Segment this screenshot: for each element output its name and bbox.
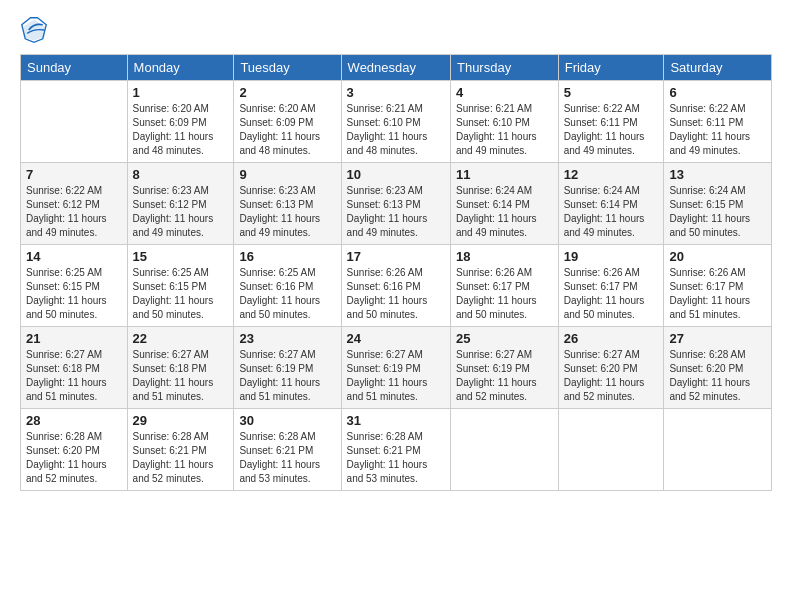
sunset-text: Sunset: 6:16 PM	[347, 281, 421, 292]
day-number: 10	[347, 167, 445, 182]
calendar-cell: 18Sunrise: 6:26 AMSunset: 6:17 PMDayligh…	[450, 245, 558, 327]
calendar-cell: 25Sunrise: 6:27 AMSunset: 6:19 PMDayligh…	[450, 327, 558, 409]
calendar-cell: 21Sunrise: 6:27 AMSunset: 6:18 PMDayligh…	[21, 327, 128, 409]
daylight-text: Daylight: 11 hours and 53 minutes.	[347, 459, 428, 484]
sunset-text: Sunset: 6:12 PM	[133, 199, 207, 210]
day-number: 11	[456, 167, 553, 182]
daylight-text: Daylight: 11 hours and 49 minutes.	[564, 213, 645, 238]
daylight-text: Daylight: 11 hours and 50 minutes.	[456, 295, 537, 320]
day-number: 8	[133, 167, 229, 182]
day-number: 15	[133, 249, 229, 264]
calendar-cell: 8Sunrise: 6:23 AMSunset: 6:12 PMDaylight…	[127, 163, 234, 245]
day-number: 1	[133, 85, 229, 100]
logo	[20, 16, 52, 44]
daylight-text: Daylight: 11 hours and 50 minutes.	[347, 295, 428, 320]
sunrise-text: Sunrise: 6:28 AM	[347, 431, 423, 442]
sunset-text: Sunset: 6:16 PM	[239, 281, 313, 292]
sunrise-text: Sunrise: 6:28 AM	[26, 431, 102, 442]
daylight-text: Daylight: 11 hours and 48 minutes.	[239, 131, 320, 156]
day-number: 6	[669, 85, 766, 100]
day-number: 2	[239, 85, 335, 100]
day-number: 28	[26, 413, 122, 428]
sunrise-text: Sunrise: 6:27 AM	[456, 349, 532, 360]
calendar-cell: 9Sunrise: 6:23 AMSunset: 6:13 PMDaylight…	[234, 163, 341, 245]
sunrise-text: Sunrise: 6:26 AM	[347, 267, 423, 278]
daylight-text: Daylight: 11 hours and 49 minutes.	[564, 131, 645, 156]
sunrise-text: Sunrise: 6:24 AM	[564, 185, 640, 196]
day-number: 30	[239, 413, 335, 428]
day-number: 3	[347, 85, 445, 100]
daylight-text: Daylight: 11 hours and 49 minutes.	[133, 213, 214, 238]
daylight-text: Daylight: 11 hours and 52 minutes.	[669, 377, 750, 402]
sunrise-text: Sunrise: 6:22 AM	[26, 185, 102, 196]
sunset-text: Sunset: 6:13 PM	[239, 199, 313, 210]
sunset-text: Sunset: 6:15 PM	[26, 281, 100, 292]
sunrise-text: Sunrise: 6:27 AM	[26, 349, 102, 360]
daylight-text: Daylight: 11 hours and 49 minutes.	[669, 131, 750, 156]
day-number: 23	[239, 331, 335, 346]
calendar-cell: 2Sunrise: 6:20 AMSunset: 6:09 PMDaylight…	[234, 81, 341, 163]
sunrise-text: Sunrise: 6:26 AM	[669, 267, 745, 278]
sunset-text: Sunset: 6:20 PM	[564, 363, 638, 374]
page: SundayMondayTuesdayWednesdayThursdayFrid…	[0, 0, 792, 612]
daylight-text: Daylight: 11 hours and 51 minutes.	[133, 377, 214, 402]
daylight-text: Daylight: 11 hours and 48 minutes.	[133, 131, 214, 156]
calendar-cell: 31Sunrise: 6:28 AMSunset: 6:21 PMDayligh…	[341, 409, 450, 491]
sunrise-text: Sunrise: 6:27 AM	[564, 349, 640, 360]
calendar-cell: 12Sunrise: 6:24 AMSunset: 6:14 PMDayligh…	[558, 163, 664, 245]
calendar-header-row: SundayMondayTuesdayWednesdayThursdayFrid…	[21, 55, 772, 81]
sunrise-text: Sunrise: 6:21 AM	[347, 103, 423, 114]
calendar-cell: 28Sunrise: 6:28 AMSunset: 6:20 PMDayligh…	[21, 409, 128, 491]
calendar-day-header: Monday	[127, 55, 234, 81]
sunset-text: Sunset: 6:21 PM	[347, 445, 421, 456]
calendar-cell: 26Sunrise: 6:27 AMSunset: 6:20 PMDayligh…	[558, 327, 664, 409]
day-number: 25	[456, 331, 553, 346]
day-info: Sunrise: 6:21 AMSunset: 6:10 PMDaylight:…	[347, 102, 445, 158]
sunset-text: Sunset: 6:17 PM	[456, 281, 530, 292]
day-number: 7	[26, 167, 122, 182]
daylight-text: Daylight: 11 hours and 49 minutes.	[26, 213, 107, 238]
day-number: 4	[456, 85, 553, 100]
calendar-cell: 24Sunrise: 6:27 AMSunset: 6:19 PMDayligh…	[341, 327, 450, 409]
day-number: 12	[564, 167, 659, 182]
day-info: Sunrise: 6:28 AMSunset: 6:20 PMDaylight:…	[669, 348, 766, 404]
day-info: Sunrise: 6:27 AMSunset: 6:20 PMDaylight:…	[564, 348, 659, 404]
sunrise-text: Sunrise: 6:27 AM	[239, 349, 315, 360]
day-info: Sunrise: 6:22 AMSunset: 6:11 PMDaylight:…	[564, 102, 659, 158]
day-info: Sunrise: 6:27 AMSunset: 6:18 PMDaylight:…	[26, 348, 122, 404]
calendar-cell: 20Sunrise: 6:26 AMSunset: 6:17 PMDayligh…	[664, 245, 772, 327]
sunset-text: Sunset: 6:19 PM	[239, 363, 313, 374]
day-info: Sunrise: 6:21 AMSunset: 6:10 PMDaylight:…	[456, 102, 553, 158]
calendar-cell: 17Sunrise: 6:26 AMSunset: 6:16 PMDayligh…	[341, 245, 450, 327]
calendar-cell	[21, 81, 128, 163]
calendar-cell: 23Sunrise: 6:27 AMSunset: 6:19 PMDayligh…	[234, 327, 341, 409]
daylight-text: Daylight: 11 hours and 49 minutes.	[456, 131, 537, 156]
day-info: Sunrise: 6:26 AMSunset: 6:17 PMDaylight:…	[564, 266, 659, 322]
calendar-cell: 29Sunrise: 6:28 AMSunset: 6:21 PMDayligh…	[127, 409, 234, 491]
sunrise-text: Sunrise: 6:25 AM	[133, 267, 209, 278]
day-info: Sunrise: 6:26 AMSunset: 6:17 PMDaylight:…	[669, 266, 766, 322]
sunset-text: Sunset: 6:21 PM	[133, 445, 207, 456]
calendar-week-row: 1Sunrise: 6:20 AMSunset: 6:09 PMDaylight…	[21, 81, 772, 163]
sunrise-text: Sunrise: 6:22 AM	[564, 103, 640, 114]
day-number: 29	[133, 413, 229, 428]
day-number: 27	[669, 331, 766, 346]
day-info: Sunrise: 6:23 AMSunset: 6:12 PMDaylight:…	[133, 184, 229, 240]
sunrise-text: Sunrise: 6:28 AM	[239, 431, 315, 442]
sunset-text: Sunset: 6:20 PM	[26, 445, 100, 456]
calendar-week-row: 14Sunrise: 6:25 AMSunset: 6:15 PMDayligh…	[21, 245, 772, 327]
sunrise-text: Sunrise: 6:26 AM	[564, 267, 640, 278]
sunrise-text: Sunrise: 6:26 AM	[456, 267, 532, 278]
sunset-text: Sunset: 6:13 PM	[347, 199, 421, 210]
calendar-cell: 7Sunrise: 6:22 AMSunset: 6:12 PMDaylight…	[21, 163, 128, 245]
calendar-day-header: Thursday	[450, 55, 558, 81]
sunrise-text: Sunrise: 6:20 AM	[239, 103, 315, 114]
sunset-text: Sunset: 6:21 PM	[239, 445, 313, 456]
day-info: Sunrise: 6:28 AMSunset: 6:21 PMDaylight:…	[347, 430, 445, 486]
daylight-text: Daylight: 11 hours and 50 minutes.	[669, 213, 750, 238]
header	[20, 16, 772, 44]
sunrise-text: Sunrise: 6:23 AM	[239, 185, 315, 196]
calendar-cell	[664, 409, 772, 491]
day-info: Sunrise: 6:20 AMSunset: 6:09 PMDaylight:…	[133, 102, 229, 158]
calendar-cell: 13Sunrise: 6:24 AMSunset: 6:15 PMDayligh…	[664, 163, 772, 245]
